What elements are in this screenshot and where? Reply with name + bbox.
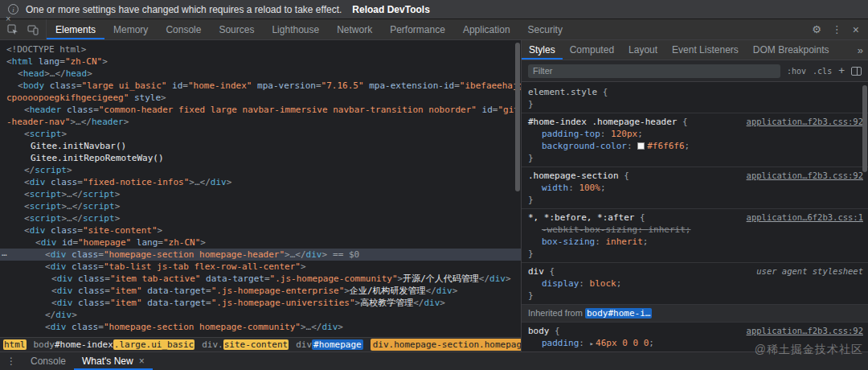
dom-node-line[interactable]: cpoooopoegkifhgecigeeg" style> bbox=[0, 92, 521, 104]
close-tab-icon[interactable]: × bbox=[139, 356, 145, 367]
toggle-element-state-button[interactable]: :hov bbox=[787, 67, 806, 76]
styles-scrollbar[interactable] bbox=[862, 84, 868, 352]
rule-selector[interactable]: div bbox=[528, 265, 544, 278]
css-declaration[interactable]: display: block; bbox=[528, 278, 863, 290]
tab-memory[interactable]: Memory bbox=[104, 19, 157, 39]
main-tabs: ElementsMemoryConsoleSourcesLighthouseNe… bbox=[47, 19, 571, 39]
css-declaration[interactable]: padding-top: 120px; bbox=[528, 128, 863, 140]
tab-application[interactable]: Application bbox=[454, 19, 519, 39]
dom-node-line[interactable]: </div> bbox=[0, 309, 521, 321]
css-file-link[interactable]: application…f2b3.css:92 bbox=[740, 325, 863, 337]
dom-node-line[interactable]: </script> bbox=[0, 164, 521, 176]
breadcrumb-item[interactable]: div.homepage-section.homepage-header bbox=[371, 339, 521, 350]
tab-elements[interactable]: Elements bbox=[47, 19, 104, 39]
elements-scrollbar[interactable] bbox=[514, 40, 521, 337]
dom-node-line[interactable]: <div class="homepage-section homepage-co… bbox=[0, 321, 521, 333]
sidebar-tab-layout[interactable]: Layout bbox=[621, 40, 665, 60]
inherited-from-bar: Inherited from body#home-i… bbox=[522, 305, 868, 323]
scrollbar-thumb[interactable] bbox=[862, 85, 867, 172]
rule-selector[interactable]: element.style bbox=[528, 86, 597, 98]
user-agent-stylesheet-label: user agent stylesheet bbox=[750, 265, 863, 278]
breadcrumb-item[interactable]: body#home-index.large.ui_basic bbox=[34, 339, 195, 350]
devtools-toolbar: ElementsMemoryConsoleSourcesLighthouseNe… bbox=[0, 19, 868, 40]
rule-selector[interactable]: .homepage-section bbox=[528, 170, 619, 182]
dom-node-line[interactable]: <script> bbox=[0, 128, 521, 140]
css-file-link[interactable]: application…6f2b3.css:1 bbox=[740, 212, 863, 224]
dom-tree: <!DOCTYPE html><html lang="zh-CN"><head>… bbox=[0, 40, 521, 337]
css-declaration[interactable]: box-sizing: inherit; bbox=[528, 236, 863, 248]
css-declaration[interactable]: -webkit-box-sizing: inherit; bbox=[528, 224, 863, 236]
css-file-link[interactable]: application…f2b3.css:92 bbox=[740, 116, 863, 128]
element-classes-button[interactable]: .cls bbox=[813, 67, 832, 76]
expand-shorthand-icon[interactable]: ▸ bbox=[590, 339, 594, 347]
dom-node-line[interactable]: <html lang="zh-CN"> bbox=[0, 56, 521, 68]
settings-gear-icon[interactable]: ⚙ bbox=[812, 23, 821, 35]
dom-node-line[interactable]: <div class="item" data-target=".js-homep… bbox=[0, 285, 521, 297]
drawer-menu-icon[interactable]: ⋮ bbox=[6, 356, 16, 367]
tab-lighthouse[interactable]: Lighthouse bbox=[263, 19, 328, 39]
inherited-node-link[interactable]: body#home-i… bbox=[585, 308, 652, 319]
rule-selector[interactable]: *, *:before, *:after bbox=[528, 212, 634, 224]
more-actions-ellipsis-icon[interactable]: … bbox=[2, 247, 6, 259]
dom-node-line[interactable]: <div class="item" data-target=".js-homep… bbox=[0, 297, 521, 309]
tab-security[interactable]: Security bbox=[519, 19, 571, 39]
dom-node-line[interactable]: …<div class="homepage-section homepage-h… bbox=[0, 249, 521, 261]
css-declaration[interactable]: background-color: #f6f6f6; bbox=[528, 140, 863, 152]
dom-node-line[interactable]: <script>…</script> bbox=[0, 212, 521, 224]
dom-node-line[interactable]: <header class="common-header fixed large… bbox=[0, 104, 521, 116]
kebab-menu-icon[interactable]: ⋮ bbox=[832, 23, 842, 35]
dom-node-line[interactable]: <body class="large ui_basic" id="home-in… bbox=[0, 80, 521, 92]
css-declaration[interactable]: width: 100%; bbox=[528, 182, 863, 194]
dom-node-line[interactable]: <div class="tab-list js-tab flex-row-all… bbox=[0, 261, 521, 273]
sidebar-tab-computed[interactable]: Computed bbox=[563, 40, 621, 60]
dom-node-line[interactable]: <div class="fixed-notice-infos">…</div> bbox=[0, 176, 521, 188]
inspect-icon[interactable] bbox=[7, 24, 18, 35]
drawer-tab-what-s-new[interactable]: What's New× bbox=[74, 352, 153, 370]
tab-performance[interactable]: Performance bbox=[381, 19, 454, 39]
infobar: i One or more settings have changed whic… bbox=[0, 0, 868, 19]
tab-network[interactable]: Network bbox=[328, 19, 381, 39]
new-style-rule-button[interactable]: + bbox=[838, 67, 845, 75]
dom-node-line[interactable]: Gitee.initRepoRemoteWay() bbox=[0, 152, 521, 164]
breadcrumb-item[interactable]: div#homepage bbox=[296, 339, 362, 350]
device-toolbar-icon[interactable] bbox=[27, 24, 39, 35]
tab-sources[interactable]: Sources bbox=[210, 19, 263, 39]
toolbar-right: ⚙ ⋮ × bbox=[803, 19, 868, 39]
scrollbar-thumb[interactable] bbox=[515, 43, 520, 191]
dom-node-line[interactable]: <script>…</script> bbox=[0, 200, 521, 212]
dom-node-line[interactable]: <!DOCTYPE html> bbox=[0, 43, 521, 56]
styles-tabs: StylesComputedLayoutEvent ListenersDOM B… bbox=[522, 40, 837, 60]
color-swatch[interactable] bbox=[637, 142, 645, 150]
styles-sidebar: StylesComputedLayoutEvent ListenersDOM B… bbox=[521, 40, 868, 352]
dom-node-line[interactable]: <div class="item tab-active" data-target… bbox=[0, 273, 521, 285]
breadcrumb-bar: htmlbody#home-index.large.ui_basicdiv.si… bbox=[0, 337, 521, 352]
rule-selector[interactable]: #home-index .homepage-header bbox=[528, 116, 677, 128]
infobar-close-icon[interactable]: × bbox=[6, 14, 10, 23]
dom-node-line[interactable]: <head>…</head> bbox=[0, 68, 521, 80]
breadcrumb-item[interactable]: html bbox=[3, 339, 27, 350]
reload-devtools-button[interactable]: Reload DevTools bbox=[352, 4, 429, 15]
sidebar-tab-event-listeners[interactable]: Event Listeners bbox=[665, 40, 746, 60]
rule-selector[interactable]: body bbox=[528, 325, 550, 337]
drawer-tabs: ConsoleWhat's New× bbox=[23, 352, 153, 370]
styles-filter-row: :hov .cls + bbox=[522, 60, 868, 82]
dom-node-line[interactable]: <div id="homepage" lang="zh-CN"> bbox=[0, 236, 521, 249]
overflow-chevron-icon[interactable]: » bbox=[858, 44, 863, 56]
tab-console[interactable]: Console bbox=[157, 19, 210, 39]
style-rule: *, *:before, *:after {application…6f2b3.… bbox=[522, 209, 868, 263]
css-declaration[interactable]: padding: ▸46px 0 0 0; bbox=[528, 337, 863, 350]
close-devtools-icon[interactable]: × bbox=[853, 23, 859, 36]
styles-filter-input[interactable] bbox=[528, 64, 780, 78]
sidebar-tab-dom-breakpoints[interactable]: DOM Breakpoints bbox=[746, 40, 837, 60]
dom-node-line[interactable]: <div class="site-content"> bbox=[0, 224, 521, 236]
style-rule: element.style {} bbox=[522, 84, 868, 113]
css-file-link[interactable]: application…f2b3.css:92 bbox=[740, 170, 863, 182]
dom-node-line[interactable]: <script>…</script> bbox=[0, 188, 521, 200]
breadcrumb-item[interactable]: div.site-content bbox=[202, 339, 289, 350]
computed-sidebar-icon[interactable] bbox=[851, 67, 862, 76]
sidebar-tab-styles[interactable]: Styles bbox=[522, 40, 563, 60]
drawer-tab-console[interactable]: Console bbox=[23, 352, 74, 370]
dom-node-line[interactable]: -header-nav">…</header> bbox=[0, 116, 521, 128]
dom-node-line[interactable]: Gitee.initNavbar() bbox=[0, 140, 521, 152]
style-rule: body {application…f2b3.css:92padding: ▸4… bbox=[522, 323, 868, 352]
